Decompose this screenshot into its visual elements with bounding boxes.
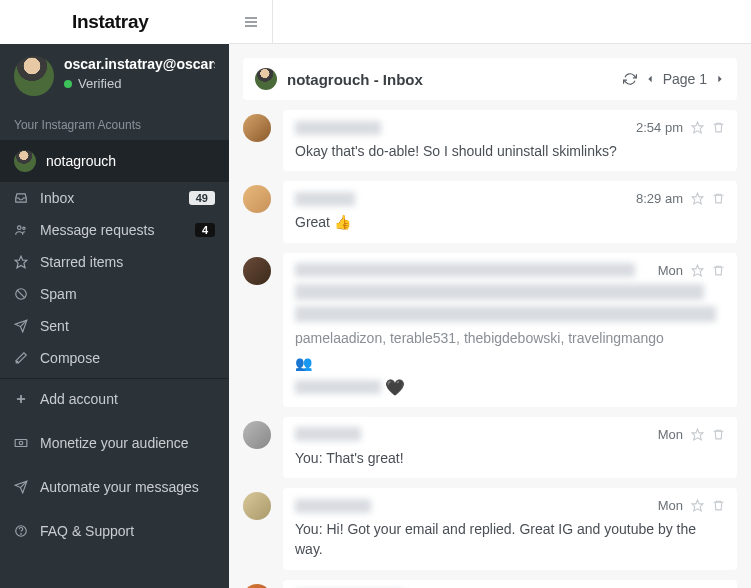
star-button[interactable] xyxy=(691,499,704,512)
inbox-header: notagrouch - Inbox Page 1 xyxy=(243,58,737,100)
redacted-line xyxy=(295,284,704,300)
nav-monetize[interactable]: Monetize your audience xyxy=(0,427,229,459)
thread-row[interactable]: Mon You: Hi! Got your email and replied.… xyxy=(243,488,737,570)
heart-icon: 🖤 xyxy=(385,378,405,397)
nav-spam[interactable]: Spam xyxy=(0,278,229,310)
nav-starred[interactable]: Starred items xyxy=(0,246,229,278)
profile-block: oscar.instatray@oscarstech Verified xyxy=(0,44,229,106)
group-icon: 👥 xyxy=(295,355,312,371)
inbox-account-avatar xyxy=(255,68,277,90)
verified-status: Verified xyxy=(64,76,215,91)
nav-automate-label: Automate your messages xyxy=(40,479,215,495)
delete-button[interactable] xyxy=(712,499,725,512)
svg-rect-7 xyxy=(15,440,27,447)
status-dot-icon xyxy=(64,80,72,88)
thread-participants: pamelaadizon, terable531, thebigdebowski… xyxy=(295,328,725,348)
thread-avatar xyxy=(243,114,271,142)
nav-compose-label: Compose xyxy=(40,350,215,366)
profile-email: oscar.instatray@oscarstech xyxy=(64,56,215,72)
svg-marker-15 xyxy=(718,76,721,83)
star-button[interactable] xyxy=(691,121,704,134)
refresh-button[interactable] xyxy=(623,72,637,86)
delete-button[interactable] xyxy=(712,121,725,134)
logo-bar: Instatray xyxy=(0,0,229,44)
svg-marker-2 xyxy=(15,256,27,268)
thread-avatar xyxy=(243,492,271,520)
main-area: notagrouch - Inbox Page 1 2:54 pm Okay t… xyxy=(229,0,751,588)
topbar xyxy=(229,0,751,44)
star-button[interactable] xyxy=(691,264,704,277)
pager: Page 1 xyxy=(623,71,725,87)
divider xyxy=(0,378,229,379)
thread-row[interactable]: 8:29 am Great 👍 xyxy=(243,181,737,242)
svg-point-8 xyxy=(19,441,23,445)
svg-marker-20 xyxy=(692,500,703,511)
account-avatar xyxy=(14,150,36,172)
sender-name-redacted xyxy=(295,499,371,513)
send-icon xyxy=(14,319,30,333)
nav-monetize-label: Monetize your audience xyxy=(40,435,215,451)
svg-marker-17 xyxy=(692,193,703,204)
svg-point-10 xyxy=(21,534,22,535)
nav-starred-label: Starred items xyxy=(40,254,215,270)
star-button[interactable] xyxy=(691,428,704,441)
thread-preview: You: That's great! xyxy=(295,448,725,468)
nav-faq-label: FAQ & Support xyxy=(40,523,215,539)
account-item-notagrouch[interactable]: notagrouch xyxy=(0,140,229,182)
nav-automate[interactable]: Automate your messages xyxy=(0,471,229,503)
nav-spam-label: Spam xyxy=(40,286,215,302)
sender-name-redacted xyxy=(295,427,361,441)
app-logo: Instatray xyxy=(72,11,149,33)
svg-marker-14 xyxy=(648,76,651,83)
delete-button[interactable] xyxy=(712,264,725,277)
plus-icon xyxy=(14,392,30,406)
redacted-line xyxy=(295,306,716,322)
hamburger-button[interactable] xyxy=(229,0,273,44)
thread-timestamp: 2:54 pm xyxy=(636,120,683,135)
nav-sent[interactable]: Sent xyxy=(0,310,229,342)
nav-faq[interactable]: FAQ & Support xyxy=(0,515,229,547)
thread-timestamp: Mon xyxy=(658,498,683,513)
thread-preview: You: Hi! Got your email and replied. Gre… xyxy=(295,519,725,560)
menu-icon xyxy=(243,14,259,30)
thread-timestamp: Mon xyxy=(658,263,683,278)
thread-avatar xyxy=(243,421,271,449)
nav-sent-label: Sent xyxy=(40,318,215,334)
delete-button[interactable] xyxy=(712,192,725,205)
thread-row[interactable]: Mon You: That's great! xyxy=(243,417,737,478)
thread-timestamp: 8:29 am xyxy=(636,191,683,206)
ban-icon xyxy=(14,287,30,301)
nav-inbox-label: Inbox xyxy=(40,190,179,206)
inbox-title: notagrouch - Inbox xyxy=(287,71,613,88)
thread-row[interactable]: 2:54 pm Okay that's do-able! So I should… xyxy=(243,110,737,171)
account-handle: notagrouch xyxy=(46,153,116,169)
thread-row[interactable]: Sun You: Haha xyxy=(243,580,737,588)
profile-avatar xyxy=(14,56,54,96)
inbox-badge: 49 xyxy=(189,191,215,205)
nav-message-requests[interactable]: Message requests 4 xyxy=(0,214,229,246)
accounts-section-label: Your Instagram Acounts xyxy=(0,106,229,140)
sidebar: Instatray oscar.instatray@oscarstech Ver… xyxy=(0,0,229,588)
nav-compose[interactable]: Compose xyxy=(0,342,229,374)
svg-marker-19 xyxy=(692,429,703,440)
thread-row[interactable]: Mon pamelaadizon, terable531, thebigdebo… xyxy=(243,253,737,407)
nav-add-account[interactable]: Add account xyxy=(0,383,229,415)
thread-timestamp: Mon xyxy=(658,427,683,442)
verified-label: Verified xyxy=(78,76,121,91)
sender-name-redacted xyxy=(295,192,355,206)
star-button[interactable] xyxy=(691,192,704,205)
delete-button[interactable] xyxy=(712,428,725,441)
page-next-button[interactable] xyxy=(715,72,725,86)
star-icon xyxy=(14,255,30,269)
nav-message-requests-label: Message requests xyxy=(40,222,185,238)
help-icon xyxy=(14,524,30,538)
thread-avatar xyxy=(243,185,271,213)
page-label: Page 1 xyxy=(663,71,707,87)
svg-point-1 xyxy=(23,227,25,229)
sender-name-redacted xyxy=(295,263,635,277)
inbox-icon xyxy=(14,191,30,205)
page-prev-button[interactable] xyxy=(645,72,655,86)
nav-inbox[interactable]: Inbox 49 xyxy=(0,182,229,214)
nav-folders: Inbox 49 Message requests 4 Starred item… xyxy=(0,182,229,374)
redacted-line xyxy=(295,380,381,394)
